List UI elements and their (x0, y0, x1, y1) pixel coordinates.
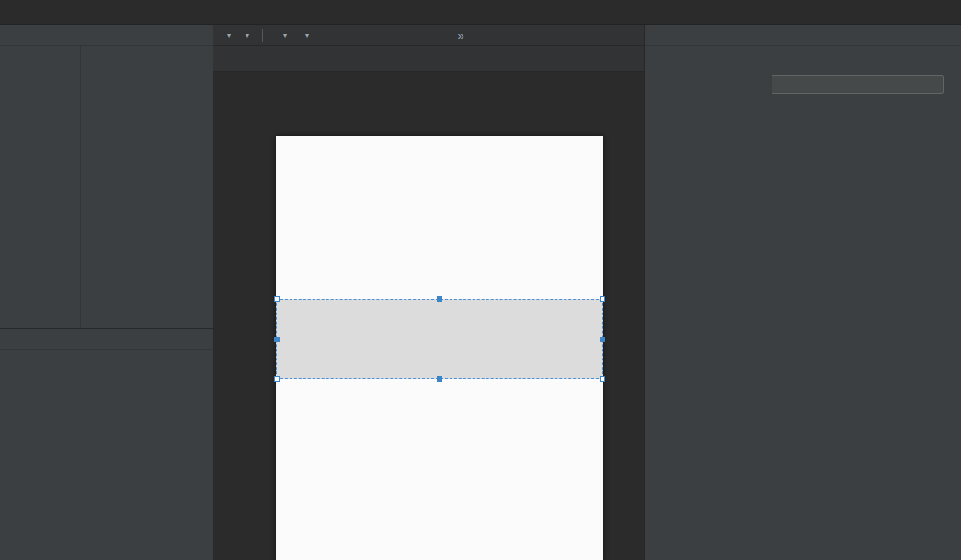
chevron-down-icon: ▾ (305, 31, 309, 40)
design-surface (213, 72, 644, 560)
android-studio-window: ▾ ▾ ▾ ▾ » (0, 0, 961, 560)
component-tree-list (0, 350, 213, 401)
design-mode-selector[interactable]: ▾ (221, 31, 234, 40)
palette-header (0, 25, 213, 46)
palette-panel (0, 25, 213, 329)
overflow-chevrons-icon[interactable]: » (457, 29, 463, 42)
button-element[interactable] (276, 299, 603, 379)
palette-body (0, 46, 213, 328)
component-tree-header (0, 329, 213, 350)
chevron-down-icon: ▾ (227, 31, 231, 40)
left-column (0, 25, 213, 560)
chevron-down-icon: ▾ (246, 31, 249, 40)
editor-tab-bar (0, 0, 961, 25)
toolbar-divider (262, 29, 263, 42)
selection-handle[interactable] (274, 337, 280, 342)
device-canvas[interactable] (276, 136, 603, 560)
palette-components (81, 46, 213, 328)
chevron-down-icon: ▾ (283, 31, 287, 40)
design-toolbar-row2 (213, 46, 644, 72)
blueprint-mode-selector[interactable]: ▾ (239, 31, 252, 40)
selection-handle[interactable] (600, 296, 605, 302)
id-input[interactable] (772, 75, 944, 94)
id-row (645, 73, 961, 97)
selection-handle[interactable] (437, 376, 442, 382)
selection-handle[interactable] (274, 376, 280, 382)
attributes-panel (644, 25, 961, 560)
selection-handle[interactable] (600, 376, 605, 382)
selected-component-row (645, 46, 961, 70)
component-tree-panel (0, 329, 213, 560)
selection-handle[interactable] (437, 296, 442, 302)
api-version-selector[interactable]: ▾ (295, 31, 312, 40)
design-toolbar: ▾ ▾ ▾ ▾ » (213, 25, 644, 46)
palette-categories (0, 46, 81, 328)
selection-handle[interactable] (600, 337, 605, 342)
device-selector[interactable]: ▾ (273, 31, 290, 40)
attributes-header (645, 25, 961, 46)
design-editor: ▾ ▾ ▾ ▾ » (213, 25, 644, 560)
selection-handle[interactable] (274, 296, 280, 302)
